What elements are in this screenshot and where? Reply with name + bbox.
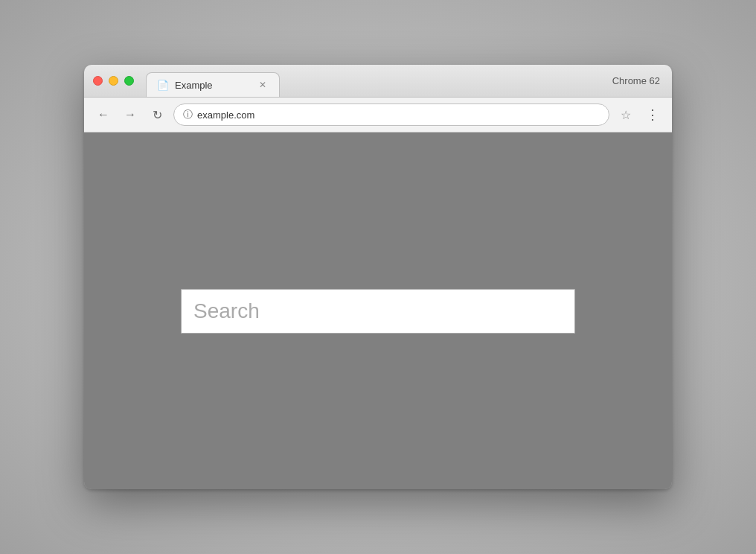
bookmark-button[interactable]: ☆ [615, 104, 636, 125]
search-input[interactable] [181, 289, 575, 334]
forward-button[interactable]: → [120, 104, 141, 125]
dots-icon: ⋮ [646, 106, 660, 123]
chrome-version-label: Chrome 62 [612, 75, 663, 94]
minimize-button[interactable] [109, 76, 118, 86]
maximize-button[interactable] [124, 76, 134, 86]
address-bar-container: ⓘ [173, 104, 609, 126]
back-icon: ← [97, 108, 109, 121]
close-button[interactable] [93, 76, 103, 86]
menu-button[interactable]: ⋮ [642, 104, 663, 125]
tabs-area: 📄 Example ✕ [146, 72, 612, 97]
tab-close-button[interactable]: ✕ [257, 79, 269, 91]
page-content [84, 133, 672, 489]
toolbar: ← → ↻ ⓘ ☆ ⋮ [84, 98, 672, 133]
browser-window: 📄 Example ✕ Chrome 62 ← → ↻ ⓘ ☆ ⋮ [84, 65, 672, 489]
address-bar-input[interactable] [197, 109, 600, 121]
tab-title: Example [175, 80, 251, 91]
window-controls [93, 76, 134, 93]
reload-icon: ↻ [153, 108, 162, 122]
title-bar: 📄 Example ✕ Chrome 62 [84, 65, 672, 98]
back-button[interactable]: ← [93, 104, 114, 125]
star-icon: ☆ [621, 108, 631, 122]
reload-button[interactable]: ↻ [147, 104, 167, 125]
secure-icon: ⓘ [183, 108, 193, 121]
tab-page-icon: 📄 [157, 80, 169, 91]
forward-icon: → [124, 108, 136, 121]
active-tab[interactable]: 📄 Example ✕ [146, 72, 280, 97]
